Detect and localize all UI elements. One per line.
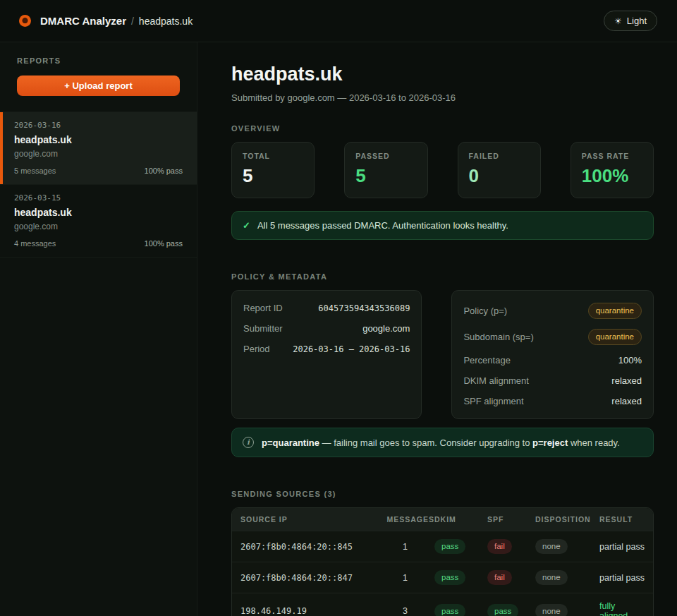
page-subtitle: Submitted by google.com — 2026-03-16 to …	[231, 92, 654, 103]
kv-row-spf-alignment: SPF alignment relaxed	[463, 391, 642, 411]
column-header-source-ip: SOURCE IP	[240, 508, 371, 531]
kv-value: relaxed	[611, 396, 642, 406]
stat-label: TOTAL	[243, 152, 303, 160]
advice-middle: — failing mail goes to spam. Consider up…	[319, 437, 532, 448]
table-body: 2607:f8b0:4864:20::845 1 pass fail none …	[232, 531, 653, 616]
kv-row-period: Period 2026-03-16 – 2026-03-16	[243, 339, 410, 359]
dkim-badge: pass	[434, 604, 465, 616]
overview-section-label: OVERVIEW	[231, 124, 654, 133]
disposition-badge: none	[535, 570, 568, 585]
report-domain: headpats.uk	[14, 207, 183, 218]
sending-sources-table: SOURCE IP MESSAGES DKIM SPF DISPOSITION …	[231, 507, 654, 616]
kv-row-submitter: Submitter google.com	[243, 318, 410, 339]
cell-messages: 1	[371, 565, 434, 591]
top-bar: DMARC Analyzer / headpats.uk ☀ Light	[0, 0, 677, 42]
report-item-2026-03-15[interactable]: 2026-03-15 headpats.uk google.com 4 mess…	[0, 185, 197, 258]
table-row: 2607:f8b0:4864:20::845 1 pass fail none …	[232, 531, 653, 562]
kv-value: google.com	[362, 323, 410, 334]
stat-label: PASSED	[355, 152, 416, 160]
report-pass-rate: 100% pass	[145, 239, 183, 248]
report-date: 2026-03-15	[14, 193, 183, 203]
check-icon: ✓	[243, 220, 250, 231]
spf-badge: pass	[487, 604, 518, 616]
report-domain: headpats.uk	[14, 134, 183, 145]
kv-row-report-id: Report ID 604573594343536089	[243, 298, 410, 318]
kv-value: 100%	[618, 355, 642, 366]
kv-value: relaxed	[611, 375, 642, 386]
disposition-badge: none	[535, 604, 568, 616]
app-logo-icon	[19, 15, 31, 27]
theme-toggle-button[interactable]: ☀ Light	[604, 11, 657, 31]
cell-source-ip: 198.46.149.19	[240, 598, 371, 616]
kv-label: SPF alignment	[463, 396, 523, 406]
spf-badge: fail	[487, 539, 512, 554]
sidebar: REPORTS + Upload report 2026-03-16 headp…	[0, 42, 197, 616]
success-message: All 5 messages passed DMARC. Authenticat…	[257, 220, 508, 231]
report-submitter: google.com	[14, 149, 183, 159]
stat-card-passed: PASSED 5	[344, 142, 427, 198]
metadata-panel: Report ID 604573594343536089 Submitter g…	[231, 290, 422, 419]
dkim-badge: pass	[434, 570, 465, 585]
app-title: DMARC Analyzer	[40, 15, 126, 27]
content-area: REPORTS + Upload report 2026-03-16 headp…	[0, 42, 677, 616]
cell-result: partial pass	[599, 565, 645, 591]
info-icon: i	[243, 437, 254, 448]
kv-label: Report ID	[243, 303, 283, 313]
disposition-badge: none	[535, 539, 568, 554]
report-submitter: google.com	[14, 222, 183, 231]
stat-value: 0	[469, 165, 530, 187]
policy-panel: Policy (p=) quarantine Subdomain (sp=) q…	[451, 290, 654, 419]
advice-term-reject: p=reject	[532, 437, 568, 448]
stat-card-total: TOTAL 5	[231, 142, 315, 198]
kv-value: 604573594343536089	[318, 303, 410, 313]
main-panel: headpats.uk Submitted by google.com — 20…	[197, 42, 677, 616]
cell-result: partial pass	[599, 534, 645, 560]
report-pass-rate: 100% pass	[145, 167, 183, 175]
breadcrumb-domain: headpats.uk	[139, 16, 193, 27]
kv-row-policy: Policy (p=) quarantine	[463, 298, 642, 324]
cell-source-ip: 2607:f8b0:4864:20::847	[240, 565, 371, 591]
kv-label: Subdomain (sp=)	[463, 332, 533, 342]
report-list: 2026-03-16 headpats.uk google.com 5 mess…	[0, 111, 197, 258]
cell-source-ip: 2607:f8b0:4864:20::845	[240, 534, 371, 560]
sun-icon: ☀	[614, 17, 622, 25]
report-item-2026-03-16[interactable]: 2026-03-16 headpats.uk google.com 5 mess…	[0, 112, 197, 185]
table-header-row: SOURCE IP MESSAGES DKIM SPF DISPOSITION …	[232, 508, 653, 531]
policy-grid: Report ID 604573594343536089 Submitter g…	[231, 290, 654, 419]
table-row: 198.46.149.19 3 pass pass none fully ali…	[232, 593, 653, 616]
upload-report-button[interactable]: + Upload report	[17, 76, 180, 96]
kv-label: Submitter	[243, 323, 283, 334]
kv-row-percentage: Percentage 100%	[463, 350, 642, 370]
column-header-result: RESULT	[599, 508, 645, 531]
kv-row-subdomain-policy: Subdomain (sp=) quarantine	[463, 324, 642, 350]
sources-section-label: SENDING SOURCES (3)	[231, 490, 654, 498]
theme-toggle-label: Light	[627, 16, 647, 26]
kv-label: Policy (p=)	[463, 306, 507, 316]
stat-card-pass-rate: PASS RATE 100%	[571, 142, 654, 198]
kv-label: Period	[243, 344, 270, 354]
stats-grid: TOTAL 5 PASSED 5 FAILED 0 PASS RATE 100%	[231, 142, 654, 198]
advice-text: p=quarantine — failing mail goes to spam…	[262, 437, 620, 448]
column-header-spf: SPF	[487, 508, 535, 531]
kv-value: 2026-03-16 – 2026-03-16	[293, 344, 410, 354]
breadcrumb-separator: /	[131, 16, 134, 27]
advice-term-quarantine: p=quarantine	[262, 437, 319, 448]
stat-value: 100%	[582, 165, 642, 187]
app-window: DMARC Analyzer / headpats.uk ☀ Light REP…	[0, 0, 677, 616]
policy-section-label: POLICY & METADATA	[231, 272, 654, 281]
cell-result: fully aligned	[599, 593, 645, 616]
cell-messages: 1	[371, 534, 434, 560]
kv-label: Percentage	[463, 355, 511, 366]
success-banner: ✓ All 5 messages passed DMARC. Authentic…	[231, 211, 654, 240]
stat-label: PASS RATE	[582, 152, 642, 160]
page-title: headpats.uk	[231, 64, 654, 85]
reports-section-label: REPORTS	[0, 56, 197, 65]
stat-value: 5	[243, 165, 303, 187]
table-row: 2607:f8b0:4864:20::847 1 pass fail none …	[232, 562, 653, 593]
advice-suffix: when ready.	[568, 437, 619, 448]
spf-badge: fail	[487, 570, 512, 585]
subdomain-policy-badge: quarantine	[588, 329, 642, 345]
stat-value: 5	[355, 165, 416, 187]
stat-label: FAILED	[469, 152, 530, 160]
policy-advice-banner: i p=quarantine — failing mail goes to sp…	[231, 428, 654, 457]
